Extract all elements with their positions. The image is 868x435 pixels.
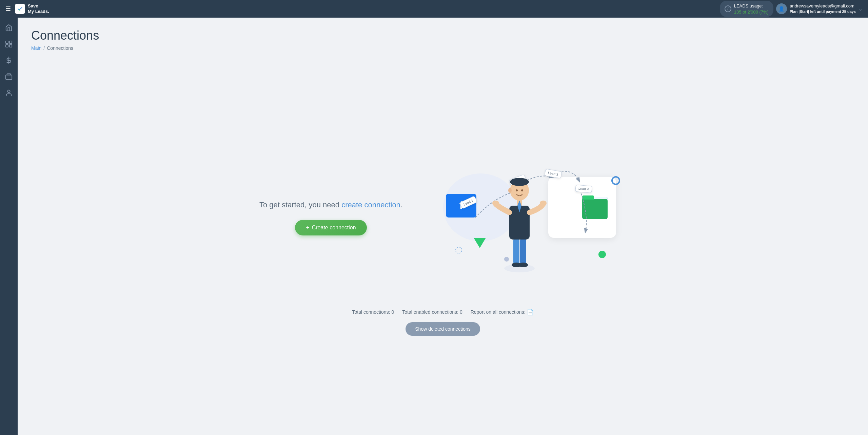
svg-point-21 — [521, 189, 523, 191]
chevron-down-icon[interactable]: ⌄ — [859, 6, 863, 12]
svg-rect-4 — [9, 45, 12, 47]
top-header: ☰ Save My Leads. i LEADS usage: 135 of 2… — [0, 0, 868, 18]
logo-text: Save My Leads. — [28, 3, 49, 14]
svg-point-17 — [510, 178, 529, 186]
svg-point-12 — [518, 263, 528, 267]
sidebar-item-billing[interactable] — [1, 53, 16, 68]
hamburger-icon[interactable]: ☰ — [5, 5, 11, 13]
info-icon: i — [725, 5, 731, 12]
report-icon[interactable]: 📄 — [527, 309, 534, 315]
sidebar-item-integrations[interactable] — [1, 69, 16, 84]
breadcrumb-main[interactable]: Main — [31, 45, 41, 51]
leads-usage-widget[interactable]: i LEADS usage: 135 of 2'000 (7%) — [720, 1, 773, 17]
svg-point-20 — [516, 189, 518, 191]
green-folder — [582, 199, 608, 219]
leads-usage-text: LEADS usage: 135 of 2'000 (7%) — [734, 3, 769, 15]
report-stat: Report on all connections: 📄 — [471, 309, 534, 315]
breadcrumb-current: Connections — [47, 45, 73, 51]
bottom-stats: Total connections: 0 Total enabled conne… — [352, 309, 533, 315]
main-content: Connections Main / Connections To get st… — [18, 18, 868, 435]
cta-text: To get started, you need create connecti… — [259, 199, 402, 210]
center-section: To get started, you need create connecti… — [31, 140, 854, 295]
logo-icon — [15, 4, 25, 14]
page-title: Connections — [31, 28, 854, 43]
sidebar-item-home[interactable] — [1, 20, 16, 35]
user-section[interactable]: 👤 andrewsavemyleads@gmail.com Plan |Star… — [776, 3, 863, 15]
content-area: To get started, you need create connecti… — [31, 62, 854, 424]
bottom-area: Total connections: 0 Total enabled conne… — [352, 295, 533, 347]
svg-point-19 — [540, 201, 547, 206]
cta-link[interactable]: create connection — [341, 201, 400, 209]
lead-card-3: Lead 3 — [545, 168, 562, 178]
sidebar-item-profile[interactable] — [1, 85, 16, 100]
svg-point-18 — [492, 201, 499, 206]
header-left: ☰ Save My Leads. — [5, 3, 49, 14]
cta-section: To get started, you need create connecti… — [259, 199, 402, 235]
header-right: i LEADS usage: 135 of 2'000 (7%) 👤 andre… — [720, 1, 863, 17]
deco-triangle — [474, 238, 486, 248]
sidebar — [0, 18, 18, 435]
deco-circle-green — [598, 251, 606, 258]
svg-point-7 — [7, 90, 10, 92]
user-email: andrewsavemyleads@gmail.com — [790, 3, 856, 9]
create-btn-label: Create connection — [312, 225, 356, 231]
create-btn-icon: + — [306, 225, 309, 231]
svg-rect-10 — [520, 238, 526, 265]
person-illustration — [492, 157, 547, 278]
deco-circle-blue — [611, 176, 620, 185]
svg-rect-1 — [6, 41, 8, 43]
lead-card-4: Lead 4 — [575, 184, 592, 193]
deco-hook: ◌ — [453, 243, 464, 256]
user-plan: Plan |Start| left until payment 25 days — [790, 9, 856, 14]
total-connections-stat: Total connections: 0 — [352, 309, 394, 315]
total-enabled-stat: Total enabled connections: 0 — [402, 309, 462, 315]
svg-rect-6 — [6, 75, 12, 79]
svg-rect-9 — [513, 238, 519, 265]
svg-rect-3 — [6, 45, 8, 47]
green-folder-shape — [582, 199, 608, 219]
illustration: ◌ f — [430, 146, 626, 289]
show-deleted-button[interactable]: Show deleted connections — [406, 322, 480, 336]
avatar: 👤 — [776, 3, 787, 14]
breadcrumb-separator: / — [43, 45, 45, 51]
svg-point-22 — [508, 188, 512, 193]
logo[interactable]: Save My Leads. — [15, 3, 49, 14]
breadcrumb: Main / Connections — [31, 45, 854, 51]
user-info: andrewsavemyleads@gmail.com Plan |Start|… — [790, 3, 856, 15]
create-connection-button[interactable]: + Create connection — [295, 220, 367, 235]
svg-rect-2 — [9, 41, 12, 43]
sidebar-item-connections[interactable] — [1, 37, 16, 51]
